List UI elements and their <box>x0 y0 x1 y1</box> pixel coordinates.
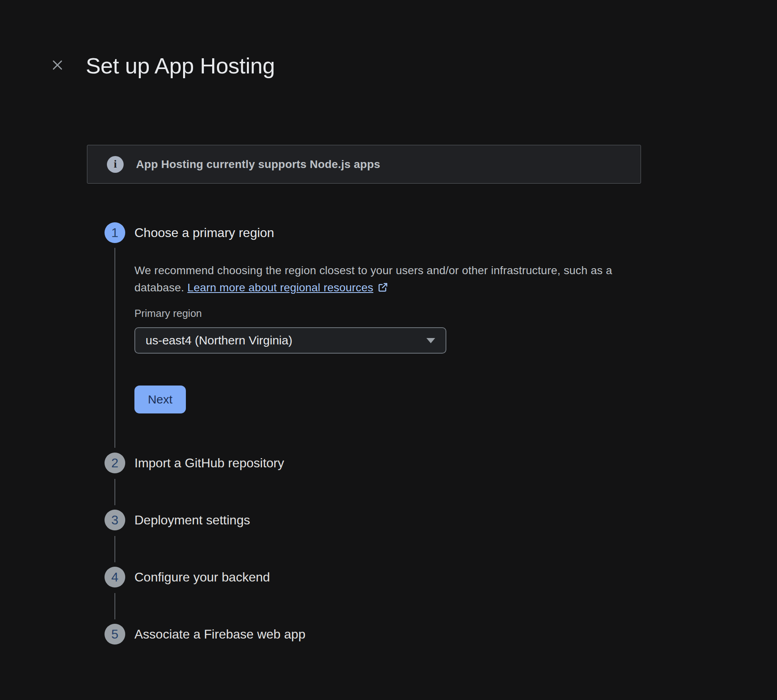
learn-more-link[interactable]: Learn more about regional resources <box>187 281 373 294</box>
close-button[interactable] <box>50 57 65 73</box>
next-button-label: Next <box>148 393 173 406</box>
step-1-number: 1 <box>111 225 118 240</box>
page-title: Set up App Hosting <box>86 52 275 79</box>
step-1-description-line-2: database. Learn more about regional reso… <box>134 279 701 296</box>
step-5-indicator: 5 <box>105 624 125 645</box>
primary-region-label: Primary region <box>134 306 202 321</box>
step-4-indicator: 4 <box>105 567 125 587</box>
dropdown-caret-icon <box>426 338 435 343</box>
description-prefix: database. <box>134 281 187 294</box>
step-1-description-line-1: We recommend choosing the region closest… <box>134 262 701 279</box>
stepper-connector <box>114 248 115 448</box>
step-3-title: Deployment settings <box>134 510 250 530</box>
step-4-number: 4 <box>111 570 118 585</box>
next-button[interactable]: Next <box>134 386 186 413</box>
step-2-indicator: 2 <box>105 453 125 473</box>
close-icon <box>51 58 64 72</box>
step-5-number: 5 <box>111 627 118 642</box>
step-1-title: Choose a primary region <box>134 222 274 243</box>
step-3-number: 3 <box>111 513 118 528</box>
step-4-title: Configure your backend <box>134 567 270 587</box>
primary-region-value: us-east4 (Northern Virginia) <box>146 334 426 347</box>
setup-app-hosting-dialog: Set up App Hosting i App Hosting current… <box>0 0 777 700</box>
info-banner: i App Hosting currently supports Node.js… <box>87 145 641 184</box>
stepper-connector <box>114 479 115 505</box>
step-3-indicator: 3 <box>105 510 125 530</box>
stepper-connector <box>114 536 115 562</box>
external-link-icon <box>377 281 388 298</box>
primary-region-select[interactable]: us-east4 (Northern Virginia) <box>134 327 446 354</box>
step-2-title: Import a GitHub repository <box>134 453 284 473</box>
info-icon: i <box>107 156 124 173</box>
stepper-connector <box>114 593 115 619</box>
step-5-title: Associate a Firebase web app <box>134 624 306 645</box>
step-2-number: 2 <box>111 456 118 471</box>
step-1-indicator: 1 <box>105 222 125 243</box>
banner-text: App Hosting currently supports Node.js a… <box>136 158 380 171</box>
